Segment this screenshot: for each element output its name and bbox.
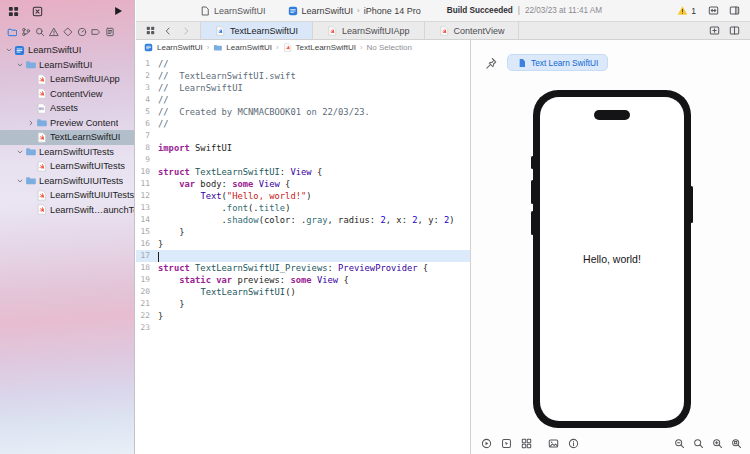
code-line[interactable]: 15 } bbox=[136, 226, 470, 238]
editor-layout-icon[interactable] bbox=[708, 5, 719, 16]
code-line[interactable]: 6// bbox=[136, 118, 470, 130]
iphone-preview: Hello, world! bbox=[533, 90, 691, 428]
code-line[interactable]: 1// bbox=[136, 58, 470, 70]
zoom-in-icon[interactable] bbox=[712, 438, 723, 449]
folder-file-icon bbox=[25, 175, 36, 186]
grid-icon[interactable] bbox=[8, 6, 19, 17]
code-line[interactable]: 17 bbox=[136, 250, 470, 262]
navigator-tab-bar bbox=[0, 22, 134, 40]
code-line[interactable]: 13 .font(.title) bbox=[136, 202, 470, 214]
file-tree-item[interactable]: LearnSwift…aunchTests bbox=[0, 203, 134, 218]
code-line[interactable]: 16} bbox=[136, 238, 470, 250]
proj-breadcrumb-icon bbox=[144, 43, 153, 52]
navigator-tab-breakpoints-icon[interactable] bbox=[91, 27, 101, 37]
code-line[interactable]: 5// Created by MCNMACBOOK01 on 22/03/23. bbox=[136, 106, 470, 118]
code-line[interactable]: 19 static var previews: some View { bbox=[136, 274, 470, 286]
file-tree-item[interactable]: LearnSwiftUIUITests bbox=[0, 188, 134, 203]
editor-tab[interactable]: TextLearnSwiftUI bbox=[200, 22, 313, 39]
code-line[interactable]: 3// LearnSwiftUI bbox=[136, 82, 470, 94]
run-button[interactable] bbox=[112, 5, 124, 17]
split-editor-icon[interactable] bbox=[729, 25, 740, 36]
swift-file-icon bbox=[36, 161, 47, 172]
run-destination[interactable]: iPhone 14 Pro bbox=[364, 6, 421, 16]
navigator-tab-source-control-icon[interactable] bbox=[21, 27, 31, 37]
preview-target-button[interactable]: Text Learn SwiftUI bbox=[507, 54, 608, 71]
code-line[interactable]: 4// bbox=[136, 94, 470, 106]
back-icon[interactable] bbox=[163, 26, 173, 36]
zoom-actual-icon[interactable] bbox=[693, 438, 704, 449]
chevron-separator: › bbox=[357, 6, 360, 15]
code-line[interactable]: 18struct TextLearnSwiftUI_Previews: Prev… bbox=[136, 262, 470, 274]
navigator-tab-issues-icon[interactable] bbox=[49, 27, 59, 37]
breadcrumb-item[interactable]: No Selection bbox=[367, 43, 412, 52]
close-window-icon[interactable] bbox=[32, 6, 43, 17]
variants-icon[interactable] bbox=[521, 438, 532, 449]
breadcrumb-item[interactable]: LearnSwiftUI bbox=[157, 43, 203, 52]
navigator-tab-tests-icon[interactable] bbox=[63, 27, 73, 37]
code-line[interactable]: 23 bbox=[136, 322, 470, 334]
inspector-toggle-icon[interactable] bbox=[729, 5, 740, 16]
breadcrumb-item[interactable]: TextLearnSwiftUI bbox=[296, 43, 356, 52]
code-line[interactable]: 22} bbox=[136, 310, 470, 322]
assets-file-icon bbox=[36, 103, 47, 114]
add-editor-icon[interactable] bbox=[709, 25, 720, 36]
editor-tab[interactable]: ContentView bbox=[424, 22, 520, 39]
file-tree-item[interactable]: LearnSwiftUI bbox=[0, 58, 134, 73]
iphone-screen[interactable]: Hello, world! bbox=[540, 97, 684, 421]
preview-doc-icon bbox=[517, 58, 527, 68]
navigator-tab-reports-icon[interactable] bbox=[105, 27, 115, 37]
file-name: LearnSwiftUI bbox=[39, 60, 92, 70]
code-line[interactable]: 8import SwiftUI bbox=[136, 142, 470, 154]
scheme-selector[interactable]: LearnSwiftUI › iPhone 14 Pro bbox=[288, 6, 421, 16]
scheme-name[interactable]: LearnSwiftUI bbox=[302, 6, 354, 16]
color-scheme-icon[interactable] bbox=[548, 438, 559, 449]
zoom-out-icon[interactable] bbox=[674, 438, 685, 449]
code-line[interactable]: 7 bbox=[136, 130, 470, 142]
line-number: 18 bbox=[136, 262, 158, 274]
code-editor[interactable]: 1//2// TextLearnSwiftUI.swift3// LearnSw… bbox=[136, 55, 470, 454]
code-line[interactable]: 11 var body: some View { bbox=[136, 178, 470, 190]
chevron-down-icon[interactable] bbox=[15, 177, 25, 185]
navigator-tab-project-icon[interactable] bbox=[7, 27, 17, 37]
file-tree-item[interactable]: LearnSwiftUI bbox=[0, 43, 134, 58]
code-line[interactable]: 10struct TextLearnSwiftUI: View { bbox=[136, 166, 470, 178]
chevron-down-icon[interactable] bbox=[15, 148, 25, 156]
navigator-tab-search-icon[interactable] bbox=[35, 27, 45, 37]
breadcrumb-item[interactable]: LearnSwiftUI bbox=[226, 43, 272, 52]
code-line[interactable]: 21 } bbox=[136, 298, 470, 310]
chevron-down-icon[interactable] bbox=[4, 46, 14, 54]
navigator-tab-debug-icon[interactable] bbox=[77, 27, 87, 37]
navigator-sidebar: LearnSwiftUILearnSwiftUILearnSwiftUIAppC… bbox=[0, 0, 135, 454]
chevron-right-icon[interactable] bbox=[26, 119, 36, 127]
file-tree-item[interactable]: TextLearnSwiftUI bbox=[0, 130, 134, 145]
code-line[interactable]: 20 TextLearnSwiftUI() bbox=[136, 286, 470, 298]
code-line[interactable]: 12 Text("Hello, world!") bbox=[136, 190, 470, 202]
code-line[interactable]: 2// TextLearnSwiftUI.swift bbox=[136, 70, 470, 82]
live-preview-icon[interactable] bbox=[481, 438, 492, 449]
zoom-fit-icon[interactable] bbox=[731, 438, 742, 449]
file-tree-item[interactable]: ContentView bbox=[0, 87, 134, 102]
code-line[interactable]: 9 bbox=[136, 154, 470, 166]
file-name: LearnSwiftUIApp bbox=[50, 74, 120, 84]
file-tree-item[interactable]: LearnSwiftUIApp bbox=[0, 72, 134, 87]
warning-badge[interactable]: 1 bbox=[677, 5, 696, 16]
line-content: TextLearnSwiftUI() bbox=[158, 286, 296, 298]
forward-icon[interactable] bbox=[181, 26, 191, 36]
file-tree-item[interactable]: LearnSwiftUITests bbox=[0, 145, 134, 160]
window-title-group: LearnSwiftUI bbox=[200, 6, 266, 16]
code-line[interactable]: 14 .shadow(color: .gray, radius: 2, x: 2… bbox=[136, 214, 470, 226]
related-items-icon[interactable] bbox=[146, 26, 155, 35]
selectable-mode-icon[interactable] bbox=[501, 438, 512, 449]
chevron-down-icon[interactable] bbox=[15, 61, 25, 69]
line-content: import SwiftUI bbox=[158, 142, 232, 154]
pin-icon[interactable] bbox=[485, 57, 497, 69]
file-tree-item[interactable]: LearnSwiftUITests bbox=[0, 159, 134, 174]
file-tree-item[interactable]: Assets bbox=[0, 101, 134, 116]
line-number: 8 bbox=[136, 142, 158, 154]
editor-tab[interactable]: LearnSwiftUIApp bbox=[312, 22, 425, 39]
file-name: LearnSwift…aunchTests bbox=[50, 205, 134, 215]
file-tree-item[interactable]: LearnSwiftUIUITests bbox=[0, 174, 134, 189]
line-number: 21 bbox=[136, 298, 158, 310]
file-tree-item[interactable]: Preview Content bbox=[0, 116, 134, 131]
device-settings-icon[interactable] bbox=[568, 438, 579, 449]
